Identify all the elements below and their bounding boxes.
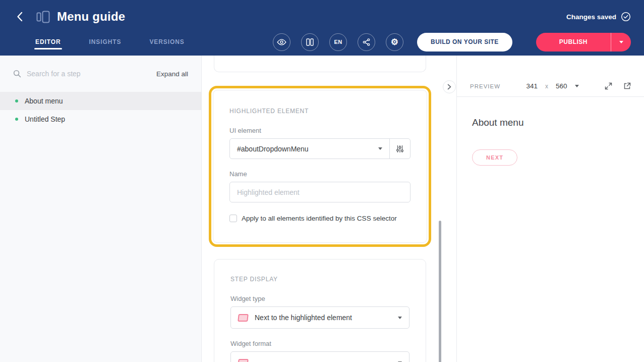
header-actions: EN ⚙ BUILD ON YOUR SITE PUBLISH bbox=[273, 33, 631, 51]
step-display-card: STEP DISPLAY Widget type Next to the hig… bbox=[214, 259, 426, 362]
highlighted-element-card-outline: HIGHLIGHTED ELEMENT UI element #aboutDro… bbox=[209, 86, 431, 247]
ui-element-value: #aboutDropdownMenu bbox=[237, 145, 309, 153]
preview-title: PREVIEW bbox=[470, 83, 500, 89]
widget-format-label: Widget format bbox=[230, 340, 409, 347]
previous-card-partial bbox=[214, 56, 426, 72]
expand-diagonal-icon bbox=[605, 82, 612, 90]
settings-button[interactable]: ⚙ bbox=[386, 33, 403, 51]
tab-insights[interactable]: INSIGHTS bbox=[89, 30, 122, 54]
next-button-label: NEXT bbox=[486, 154, 503, 161]
widget-format-select[interactable] bbox=[230, 351, 409, 362]
preview-header-actions bbox=[605, 82, 631, 90]
tooltip-widget-icon bbox=[238, 359, 249, 362]
build-on-your-site-button[interactable]: BUILD ON YOUR SITE bbox=[417, 33, 512, 51]
tab-versions-label: VERSIONS bbox=[149, 38, 184, 45]
collapse-preview-button[interactable] bbox=[443, 80, 456, 93]
chevron-down-icon bbox=[398, 317, 402, 319]
open-in-new-tab-button[interactable] bbox=[623, 82, 631, 90]
gear-icon: ⚙ bbox=[391, 38, 399, 46]
preview-step-title: About menu bbox=[472, 117, 629, 128]
language-button[interactable]: EN bbox=[329, 33, 347, 51]
tooltip-widget-icon bbox=[238, 314, 249, 322]
header-top-row: Menu guide Changes saved bbox=[0, 0, 644, 30]
tune-sliders-icon bbox=[396, 145, 404, 153]
section-title: STEP DISPLAY bbox=[230, 276, 409, 283]
preview-body: About menu NEXT bbox=[457, 97, 644, 186]
ui-element-label: UI element bbox=[229, 127, 411, 134]
publish-button-group: PUBLISH bbox=[536, 33, 631, 51]
publish-label: PUBLISH bbox=[559, 38, 588, 45]
preview-header: PREVIEW 341 x 560 bbox=[457, 76, 644, 97]
columns-layout-icon bbox=[306, 38, 314, 46]
open-in-new-icon bbox=[623, 82, 631, 90]
sidebar-step-about-menu[interactable]: About menu bbox=[0, 92, 201, 110]
preview-height-value: 560 bbox=[556, 82, 567, 90]
section-title: HIGHLIGHTED ELEMENT bbox=[229, 108, 411, 115]
share-button[interactable] bbox=[358, 33, 375, 51]
sidebar-step-untitled[interactable]: Untitled Step bbox=[0, 110, 201, 128]
tab-editor-label: EDITOR bbox=[35, 38, 61, 45]
step-editor-column: HIGHLIGHTED ELEMENT UI element #aboutDro… bbox=[202, 56, 456, 362]
preview-dimensions-select[interactable]: 341 x 560 bbox=[526, 82, 578, 90]
fullscreen-button[interactable] bbox=[605, 82, 612, 90]
editor-scrollbar[interactable] bbox=[439, 221, 441, 362]
step-status-dot bbox=[15, 118, 18, 121]
expand-all-link[interactable]: Expand all bbox=[156, 70, 188, 78]
apply-all-checkbox[interactable] bbox=[229, 215, 237, 222]
widget-type-value: Next to the highlighted element bbox=[255, 314, 391, 322]
preview-eye-button[interactable] bbox=[273, 33, 290, 51]
name-label: Name bbox=[229, 170, 411, 178]
search-icon bbox=[13, 70, 21, 78]
apply-all-row: Apply to all elements identified by this… bbox=[229, 215, 411, 222]
back-button[interactable] bbox=[13, 10, 26, 23]
step-label: Untitled Step bbox=[25, 115, 65, 123]
dimension-separator: x bbox=[545, 83, 548, 90]
eye-icon bbox=[277, 38, 286, 46]
ui-element-control: #aboutDropdownMenu bbox=[229, 138, 411, 159]
header-tabs-row: EDITOR INSIGHTS VERSIONS EN ⚙ BUILD ON Y… bbox=[0, 30, 644, 54]
preview-panel: PREVIEW 341 x 560 About menu NEXT bbox=[456, 56, 644, 362]
step-status-dot bbox=[15, 99, 18, 102]
highlighted-element-card: HIGHLIGHTED ELEMENT UI element #aboutDro… bbox=[213, 90, 427, 243]
chevron-down-icon bbox=[378, 147, 382, 150]
guide-type-icon bbox=[36, 11, 50, 23]
widget-type-select[interactable]: Next to the highlighted element bbox=[230, 306, 409, 329]
page-title: Menu guide bbox=[57, 10, 125, 24]
build-on-your-site-label: BUILD ON YOUR SITE bbox=[431, 38, 499, 45]
app-header: Menu guide Changes saved EDITOR INSIGHTS… bbox=[0, 0, 644, 56]
apply-all-label: Apply to all elements identified by this… bbox=[242, 215, 397, 222]
publish-button[interactable]: PUBLISH bbox=[536, 33, 611, 51]
share-icon bbox=[363, 38, 370, 46]
steps-sidebar: Expand all About menu Untitled Step bbox=[0, 56, 202, 362]
ui-element-select[interactable]: #aboutDropdownMenu bbox=[230, 139, 389, 159]
highlighted-element-name-input[interactable] bbox=[229, 182, 411, 202]
sidebar-search-row: Expand all bbox=[0, 56, 201, 92]
chevron-left-icon bbox=[17, 12, 23, 22]
tab-versions[interactable]: VERSIONS bbox=[149, 30, 184, 54]
layout-button[interactable] bbox=[301, 33, 319, 51]
preview-next-button[interactable]: NEXT bbox=[472, 149, 517, 166]
changes-saved-label: Changes saved bbox=[566, 13, 616, 21]
chevron-down-icon bbox=[575, 85, 579, 87]
check-circle-icon bbox=[621, 12, 631, 22]
tab-editor[interactable]: EDITOR bbox=[35, 30, 61, 54]
editor-tabs: EDITOR INSIGHTS VERSIONS bbox=[35, 30, 185, 54]
selector-settings-button[interactable] bbox=[389, 139, 410, 159]
search-step-input[interactable] bbox=[27, 70, 151, 78]
chevron-down-icon bbox=[619, 41, 623, 43]
step-label: About menu bbox=[25, 97, 63, 105]
preview-width-value: 341 bbox=[526, 82, 538, 90]
changes-saved-status: Changes saved bbox=[566, 12, 631, 22]
publish-dropdown-button[interactable] bbox=[611, 33, 631, 51]
widget-type-label: Widget type bbox=[230, 295, 409, 302]
tab-insights-label: INSIGHTS bbox=[89, 38, 122, 45]
chevron-right-icon bbox=[447, 84, 451, 90]
language-badge: EN bbox=[334, 39, 342, 45]
